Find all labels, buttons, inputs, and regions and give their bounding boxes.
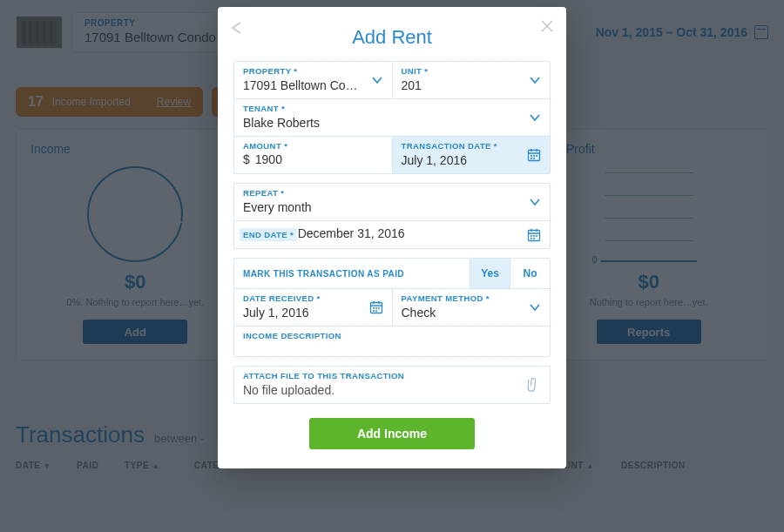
repeat-field-label: REPEAT * (243, 188, 541, 198)
transaction-date-field[interactable]: TRANSACTION DATE * July 1, 2016 (392, 136, 551, 173)
repeat-field-value: Every month (243, 200, 312, 214)
date-received-field[interactable]: DATE RECEIVED * July 1, 2016 (234, 288, 392, 326)
amount-field-label: AMOUNT * (243, 141, 383, 151)
payment-method-value: Check (402, 306, 436, 320)
transaction-date-value: July 1, 2016 (402, 153, 468, 167)
form-block-repeat: REPEAT * Every month END DATE * December… (233, 183, 551, 249)
property-field[interactable]: PROPERTY * 17091 Belltown Co… (234, 62, 392, 98)
form-block-main: PROPERTY * 17091 Belltown Co… UNIT * 201… (233, 61, 551, 174)
form-block-payment: MARK THIS TRANSACTION AS PAID Yes No DAT… (233, 258, 551, 357)
form-block-attach: ATTACH FILE TO THIS TRANSACTION No file … (233, 366, 551, 404)
date-received-value: July 1, 2016 (243, 306, 309, 320)
payment-method-label: PAYMENT METHOD * (402, 293, 542, 303)
mark-paid-row: MARK THIS TRANSACTION AS PAID Yes No (234, 259, 550, 288)
date-received-label: DATE RECEIVED * (243, 293, 383, 303)
repeat-field[interactable]: REPEAT * Every month (234, 184, 550, 220)
unit-field[interactable]: UNIT * 201 (392, 62, 551, 98)
income-description-field[interactable]: INCOME DESCRIPTION (234, 326, 550, 356)
amount-field-value: 1900 (255, 152, 282, 166)
property-field-value: 17091 Belltown Co… (243, 78, 358, 92)
add-income-submit-button[interactable]: Add Income (309, 418, 475, 449)
calendar-icon (369, 300, 383, 314)
end-date-label: END DATE * (240, 228, 297, 241)
unit-field-label: UNIT * (402, 66, 542, 76)
mark-paid-no[interactable]: No (510, 259, 550, 288)
end-date-field[interactable]: END DATE * December 31, 2016 (234, 220, 550, 248)
property-field-label: PROPERTY * (243, 66, 383, 76)
unit-field-value: 201 (402, 78, 422, 92)
modal-title: Add Rent (233, 26, 551, 49)
close-icon[interactable] (540, 19, 554, 37)
mark-paid-toggle: Yes No (470, 259, 550, 288)
tenant-field-label: TENANT * (243, 104, 541, 113)
payment-method-field[interactable]: PAYMENT METHOD * Check (392, 288, 551, 326)
back-icon[interactable] (230, 21, 247, 38)
amount-field[interactable]: AMOUNT * $ 1900 (234, 136, 392, 173)
transaction-date-label: TRANSACTION DATE * (402, 141, 542, 151)
income-description-label: INCOME DESCRIPTION (243, 331, 541, 340)
add-rent-modal: Add Rent PROPERTY * 17091 Belltown Co… U… (218, 7, 566, 468)
attach-file-label: ATTACH FILE TO THIS TRANSACTION (243, 371, 541, 380)
calendar-icon (527, 228, 541, 242)
calendar-icon (527, 148, 541, 162)
tenant-field-value: Blake Roberts (243, 116, 320, 130)
attach-file-value: No file uploaded. (243, 383, 335, 397)
tenant-field[interactable]: TENANT * Blake Roberts (234, 98, 550, 136)
mark-paid-label: MARK THIS TRANSACTION AS PAID (243, 269, 470, 279)
attach-file-field[interactable]: ATTACH FILE TO THIS TRANSACTION No file … (234, 367, 550, 403)
mark-paid-yes[interactable]: Yes (470, 259, 510, 288)
end-date-value: December 31, 2016 (298, 226, 405, 240)
dollar-sign: $ (243, 152, 250, 166)
